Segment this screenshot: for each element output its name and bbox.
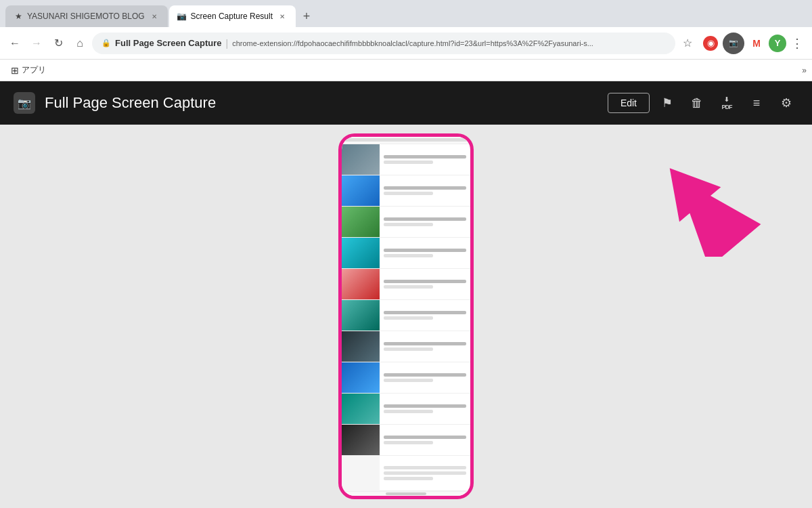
- forward-button[interactable]: →: [27, 34, 46, 53]
- profile-initial: Y: [775, 38, 781, 48]
- tab-label-capture: Screen Capture Result: [191, 12, 273, 21]
- list-icon: ≡: [753, 96, 761, 110]
- list-button[interactable]: ≡: [744, 91, 769, 115]
- strip-title-5: [384, 280, 466, 283]
- strip-desc2-11: [384, 477, 433, 480]
- strip-desc-7: [384, 347, 433, 351]
- strip-title-2: [384, 186, 466, 190]
- address-field[interactable]: 🔒 Full Page Screen Capture | chrome-exte…: [92, 33, 675, 54]
- ext-red-icon: ◉: [703, 36, 718, 51]
- strip-thumbnail-10: [342, 425, 380, 455]
- strip-title-8: [384, 373, 466, 377]
- bookmarks-bar: ⊞ アプリ »: [0, 60, 812, 81]
- extension-name-in-address: Full Page Screen Capture: [115, 38, 222, 48]
- page-strips: [342, 144, 470, 491]
- tab-favicon-capture: 📷: [177, 12, 187, 21]
- list-item: [342, 269, 470, 300]
- apps-bookmark[interactable]: ⊞ アプリ: [5, 63, 51, 77]
- tab-yasunari[interactable]: ★ YASUNARI SHIGEMOTO BLOG ✕: [5, 5, 168, 27]
- settings-icon: ⚙: [781, 96, 792, 110]
- svg-marker-1: [644, 146, 761, 257]
- strip-content-4: [380, 238, 470, 268]
- toolbar-right: ◉ 📷 M Y ⋮: [700, 33, 807, 54]
- strip-thumbnail-5: [342, 269, 380, 299]
- strip-content-8: [380, 362, 470, 393]
- strip-desc-1: [384, 161, 433, 164]
- settings-button[interactable]: ⚙: [774, 91, 798, 115]
- tab-close-capture[interactable]: ✕: [277, 11, 288, 22]
- extension-header: 📷 Full Page Screen Capture Edit ⚑ 🗑 ⬇ PD…: [0, 81, 812, 125]
- list-item: [342, 238, 470, 269]
- list-item: [342, 300, 470, 331]
- three-dots-menu[interactable]: ⋮: [788, 34, 807, 53]
- strip-thumbnail-1: [342, 144, 380, 175]
- home-button[interactable]: ⌂: [70, 34, 89, 53]
- strip-desc-8: [384, 379, 433, 382]
- pdf-icon: ⬇ PDF: [722, 96, 732, 110]
- strip-thumbnail-6: [342, 300, 380, 331]
- back-button[interactable]: ←: [5, 34, 24, 53]
- strip-title-7: [384, 342, 466, 345]
- tab-capture[interactable]: 📷 Screen Capture Result ✕: [169, 5, 296, 27]
- strip-thumbnail-7: [342, 331, 380, 362]
- address-url: chrome-extension://fdpohaocaechififmbbbb…: [232, 39, 593, 47]
- strip-desc-4: [384, 254, 433, 257]
- strip-thumbnail-3: [342, 207, 380, 237]
- strip-title-1: [384, 155, 466, 158]
- tab-close-yasunari[interactable]: ✕: [149, 11, 160, 22]
- pdf-button[interactable]: ⬇ PDF: [715, 91, 739, 115]
- address-bar: ← → ↻ ⌂ 🔒 Full Page Screen Capture | chr…: [0, 27, 812, 60]
- three-dots-icon: ⋮: [791, 36, 804, 51]
- bookmark-star[interactable]: ☆: [678, 34, 697, 53]
- strip-desc-5: [384, 285, 433, 289]
- tab-bar: ★ YASUNARI SHIGEMOTO BLOG ✕ 📷 Screen Cap…: [0, 0, 812, 27]
- edit-button[interactable]: Edit: [608, 93, 650, 113]
- apps-label: アプリ: [22, 64, 46, 76]
- strip-thumbnail-11: [342, 456, 380, 491]
- new-tab-button[interactable]: +: [297, 7, 316, 26]
- address-divider: |: [226, 38, 229, 49]
- strip-title-10: [384, 436, 466, 439]
- strip-content-3: [380, 207, 470, 237]
- lock-icon: 🔒: [102, 39, 111, 47]
- ext-camera-icon: 📷: [726, 36, 741, 51]
- list-item: [342, 362, 470, 394]
- list-item: [342, 456, 470, 491]
- strip-title-11: [384, 466, 466, 469]
- strip-title-4: [384, 249, 466, 252]
- ext-header-title: Full Page Screen Capture: [45, 94, 598, 112]
- page-preview-wrapper: [20, 145, 792, 488]
- strip-desc-11: [384, 471, 466, 475]
- ext-camera-button[interactable]: 📷: [723, 33, 744, 54]
- reload-button[interactable]: ↻: [49, 34, 68, 53]
- strip-title-6: [384, 311, 466, 314]
- grid-icon: ⊞: [11, 65, 19, 76]
- strip-content-1: [380, 144, 470, 175]
- delete-button[interactable]: 🗑: [685, 91, 709, 115]
- list-item: [342, 331, 470, 362]
- browser-frame: ★ YASUNARI SHIGEMOTO BLOG ✕ 📷 Screen Cap…: [0, 0, 812, 508]
- preview-url-bar: [344, 138, 468, 142]
- list-item: [342, 425, 470, 456]
- list-item: [342, 207, 470, 238]
- bookmarks-overflow[interactable]: »: [802, 66, 807, 75]
- strip-content-11: [380, 456, 470, 490]
- ext-gmail-button[interactable]: M: [746, 33, 767, 54]
- pink-arrow: [629, 125, 778, 257]
- strip-title-9: [384, 404, 466, 408]
- preview-scrollbar: [386, 492, 426, 495]
- ext-header-buttons: Edit ⚑ 🗑 ⬇ PDF ≡ ⚙: [608, 91, 798, 115]
- main-content: [0, 125, 812, 508]
- flag-button[interactable]: ⚑: [655, 91, 679, 115]
- strip-content-5: [380, 269, 470, 299]
- flag-icon: ⚑: [662, 96, 673, 110]
- strip-desc-6: [384, 316, 433, 320]
- preview-bottom-bar: [342, 491, 470, 496]
- ext-red-button[interactable]: ◉: [700, 33, 721, 54]
- delete-icon: 🗑: [691, 96, 703, 110]
- tab-label-yasunari: YASUNARI SHIGEMOTO BLOG: [27, 12, 145, 21]
- strip-desc-9: [384, 410, 433, 413]
- profile-avatar[interactable]: Y: [769, 35, 786, 52]
- strip-content-9: [380, 394, 470, 424]
- strip-thumbnail-2: [342, 175, 380, 206]
